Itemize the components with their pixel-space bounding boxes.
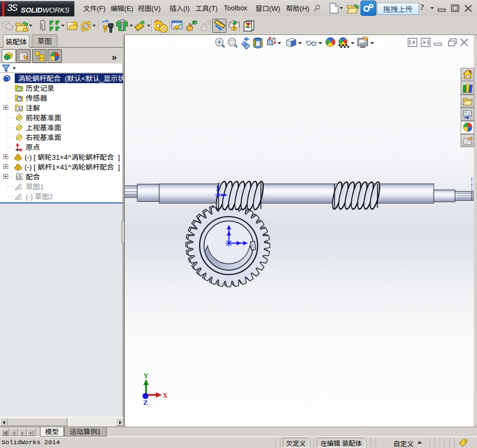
svg-text:A: A (18, 106, 21, 112)
svg-text:Z: Z (143, 398, 148, 406)
svg-text:X: X (162, 391, 168, 399)
svg-text:Y: Y (143, 371, 149, 380)
